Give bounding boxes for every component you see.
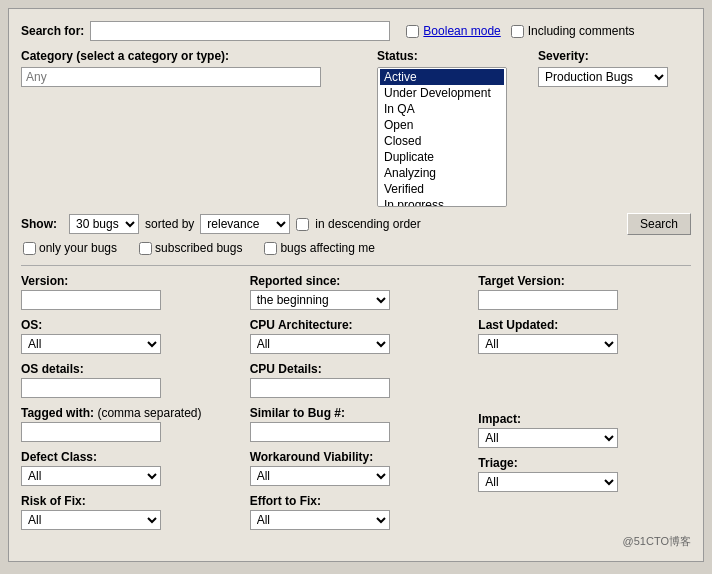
- defect-class-label: Defect Class:: [21, 450, 234, 464]
- os-details-label: OS details:: [21, 362, 234, 376]
- target-version-label: Target Version:: [478, 274, 691, 288]
- status-col: Status: Active Under Development In QA O…: [377, 49, 522, 207]
- col3: Target Version: Last Updated: All Impact…: [478, 274, 691, 530]
- only-your-bugs-label[interactable]: only your bugs: [23, 241, 117, 255]
- last-updated-label: Last Updated:: [478, 318, 691, 332]
- cpu-details-group: CPU Details:: [250, 362, 463, 398]
- search-form: Search for: Boolean mode Including comme…: [8, 8, 704, 562]
- impact-select[interactable]: All: [478, 428, 618, 448]
- reported-since-group: Reported since: the beginning last week …: [250, 274, 463, 310]
- cpu-details-label: CPU Details:: [250, 362, 463, 376]
- descending-label: in descending order: [315, 217, 420, 231]
- risk-of-fix-select[interactable]: All: [21, 510, 161, 530]
- status-option-verified[interactable]: Verified: [380, 181, 504, 197]
- category-label: Category (select a category or type):: [21, 49, 361, 63]
- status-option-in-progress[interactable]: In progress: [380, 197, 504, 207]
- triage-group: Triage: All: [478, 456, 691, 492]
- similar-to-bug-group: Similar to Bug #:: [250, 406, 463, 442]
- effort-to-fix-select[interactable]: All: [250, 510, 390, 530]
- impact-group: Impact: All: [478, 412, 691, 448]
- middle-section: Category (select a category or type): St…: [21, 49, 691, 207]
- search-button[interactable]: Search: [627, 213, 691, 235]
- os-details-input[interactable]: [21, 378, 161, 398]
- subscribed-bugs-label[interactable]: subscribed bugs: [139, 241, 242, 255]
- effort-to-fix-label: Effort to Fix:: [250, 494, 463, 508]
- triage-select[interactable]: All: [478, 472, 618, 492]
- workaround-viability-select[interactable]: All: [250, 466, 390, 486]
- fields-grid: Version: OS: All Windows Linux Mac OS de…: [21, 274, 691, 530]
- target-version-group: Target Version:: [478, 274, 691, 310]
- reported-since-label: Reported since:: [250, 274, 463, 288]
- os-group: OS: All Windows Linux Mac: [21, 318, 234, 354]
- bugs-affecting-me-checkbox[interactable]: [264, 242, 277, 255]
- defect-class-select[interactable]: All: [21, 466, 161, 486]
- category-input[interactable]: [21, 67, 321, 87]
- watermark: @51CTO博客: [21, 534, 691, 549]
- risk-of-fix-label: Risk of Fix:: [21, 494, 234, 508]
- cpu-architecture-label: CPU Architecture:: [250, 318, 463, 332]
- effort-to-fix-group: Effort to Fix: All: [250, 494, 463, 530]
- category-col: Category (select a category or type):: [21, 49, 361, 207]
- bugs-affecting-me-label[interactable]: bugs affecting me: [264, 241, 375, 255]
- tagged-with-group: Tagged with: (comma separated): [21, 406, 234, 442]
- col2: Reported since: the beginning last week …: [250, 274, 463, 530]
- checkboxes-row: only your bugs subscribed bugs bugs affe…: [21, 241, 691, 255]
- defect-class-group: Defect Class: All: [21, 450, 234, 486]
- show-row: Show: 30 bugs 10 bugs 50 bugs 100 bugs s…: [21, 213, 691, 235]
- including-comments-checkbox[interactable]: [511, 25, 524, 38]
- similar-to-bug-input[interactable]: [250, 422, 390, 442]
- risk-of-fix-group: Risk of Fix: All: [21, 494, 234, 530]
- only-your-bugs-checkbox[interactable]: [23, 242, 36, 255]
- status-option-under-development[interactable]: Under Development: [380, 85, 504, 101]
- reported-since-select[interactable]: the beginning last week last month last …: [250, 290, 390, 310]
- target-version-input[interactable]: [478, 290, 618, 310]
- os-details-group: OS details:: [21, 362, 234, 398]
- status-listbox[interactable]: Active Under Development In QA Open Clos…: [377, 67, 507, 207]
- status-option-analyzing[interactable]: Analyzing: [380, 165, 504, 181]
- sort-select[interactable]: relevance date severity status: [200, 214, 290, 234]
- status-option-active[interactable]: Active: [380, 69, 504, 85]
- bugs-count-select[interactable]: 30 bugs 10 bugs 50 bugs 100 bugs: [69, 214, 139, 234]
- boolean-mode-checkbox[interactable]: [406, 25, 419, 38]
- version-input[interactable]: [21, 290, 161, 310]
- os-select[interactable]: All Windows Linux Mac: [21, 334, 161, 354]
- cpu-architecture-group: CPU Architecture: All: [250, 318, 463, 354]
- version-label: Version:: [21, 274, 234, 288]
- tagged-with-label: Tagged with: (comma separated): [21, 406, 234, 420]
- descending-checkbox[interactable]: [296, 218, 309, 231]
- subscribed-bugs-checkbox[interactable]: [139, 242, 152, 255]
- similar-to-bug-label: Similar to Bug #:: [250, 406, 463, 420]
- col1: Version: OS: All Windows Linux Mac OS de…: [21, 274, 234, 530]
- last-updated-group: Last Updated: All: [478, 318, 691, 354]
- search-for-label: Search for:: [21, 21, 84, 41]
- show-label: Show:: [21, 214, 57, 234]
- status-label: Status:: [377, 49, 522, 63]
- version-group: Version:: [21, 274, 234, 310]
- divider-1: [21, 265, 691, 266]
- severity-col: Severity: Production Bugs Critical High …: [538, 49, 691, 207]
- including-comments-label: Including comments: [528, 24, 635, 38]
- status-option-closed[interactable]: Closed: [380, 133, 504, 149]
- boolean-mode-link[interactable]: Boolean mode: [423, 24, 500, 38]
- severity-label: Severity:: [538, 49, 691, 63]
- cpu-architecture-select[interactable]: All: [250, 334, 390, 354]
- cpu-details-input[interactable]: [250, 378, 390, 398]
- os-label: OS:: [21, 318, 234, 332]
- impact-label: Impact:: [478, 412, 691, 426]
- status-option-in-qa[interactable]: In QA: [380, 101, 504, 117]
- workaround-viability-group: Workaround Viability: All: [250, 450, 463, 486]
- search-for-input[interactable]: [90, 21, 390, 41]
- status-option-open[interactable]: Open: [380, 117, 504, 133]
- last-updated-select[interactable]: All: [478, 334, 618, 354]
- search-for-row: Search for: Boolean mode Including comme…: [21, 21, 691, 41]
- status-option-duplicate[interactable]: Duplicate: [380, 149, 504, 165]
- workaround-viability-label: Workaround Viability:: [250, 450, 463, 464]
- triage-label: Triage:: [478, 456, 691, 470]
- tagged-with-input[interactable]: [21, 422, 161, 442]
- severity-select[interactable]: Production Bugs Critical High Medium Low: [538, 67, 668, 87]
- sorted-by-label: sorted by: [145, 217, 194, 231]
